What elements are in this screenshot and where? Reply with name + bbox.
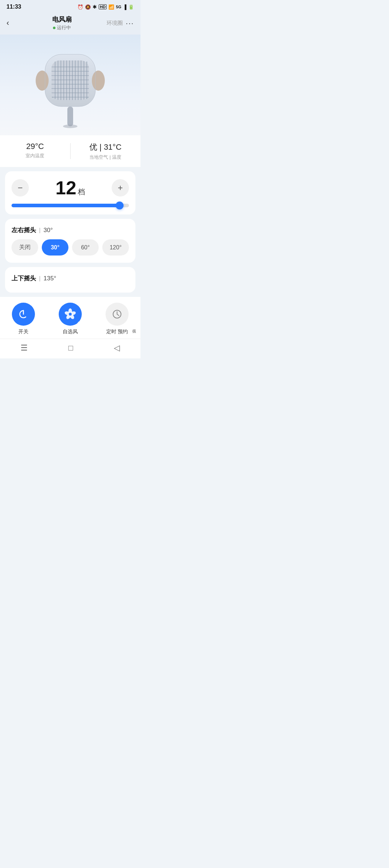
- signal-icon: ▐: [123, 4, 126, 10]
- vertical-current-angle: 135°: [44, 275, 56, 282]
- timer-control[interactable]: 定时 预约: [106, 303, 129, 335]
- speed-unit: 档: [78, 187, 85, 197]
- vertical-shake-label: 上下摇头: [12, 274, 36, 282]
- outdoor-air-value: 优 | 31°C: [89, 142, 121, 153]
- angle-off-button[interactable]: 关闭: [12, 239, 38, 256]
- ambient-label[interactable]: 环境圈: [107, 20, 123, 27]
- mute-icon: 🔕: [85, 4, 91, 10]
- speed-slider-fill: [12, 204, 120, 207]
- indoor-temp-value: 29°C: [26, 142, 44, 151]
- angle-60-button[interactable]: 60°: [72, 239, 99, 256]
- svg-rect-27: [52, 60, 89, 100]
- nav-center: 电风扇 运行中: [17, 15, 107, 31]
- nav-bar: ‹ 电风扇 运行中 环境圈 ···: [0, 12, 140, 35]
- svg-rect-0: [67, 107, 73, 126]
- bluetooth-icon: ✱: [93, 4, 97, 10]
- hd-icon: HD: [99, 4, 107, 9]
- vertical-shake-card: 上下摇头 | 135°: [5, 267, 135, 293]
- more-button[interactable]: ···: [126, 19, 134, 27]
- power-control[interactable]: 开关: [12, 303, 35, 335]
- horizontal-angle-options: 关闭 30° 60° 120°: [12, 239, 129, 256]
- svg-point-4: [92, 71, 105, 91]
- svg-point-56: [69, 313, 72, 316]
- page-title: 电风扇: [52, 15, 72, 24]
- wind-circle: [59, 303, 82, 326]
- power-label: 开关: [18, 329, 28, 335]
- indoor-temp-stat: 29°C 室内温度: [0, 142, 70, 161]
- angle-120-button[interactable]: 120°: [102, 239, 129, 256]
- wind-label: 自选风: [63, 329, 78, 335]
- wind-control[interactable]: 自选风: [59, 303, 82, 335]
- svg-line-59: [117, 314, 119, 316]
- stats-row: 29°C 室内温度 优 | 31°C 当地空气 | 温度: [0, 135, 140, 167]
- fan-svg: [34, 45, 106, 128]
- power-icon: [18, 308, 29, 320]
- svg-point-3: [36, 71, 49, 91]
- fan-illustration-area: [0, 35, 140, 135]
- speed-slider-thumb: [116, 202, 124, 209]
- bottom-nav: ☰ □ ◁: [0, 339, 140, 358]
- decrease-speed-button[interactable]: −: [12, 179, 29, 196]
- speed-control-row: − 12 档 +: [12, 178, 129, 197]
- status-bar: 11:33 ⏰ 🔕 ✱ HD 📶 5G ▐ 🔋: [0, 0, 140, 12]
- horizontal-shake-title: 左右摇头 | 30°: [12, 226, 129, 234]
- increase-speed-button[interactable]: +: [112, 179, 129, 196]
- bottom-controls: 开关 自选风: [0, 297, 140, 339]
- timer-label: 定时 预约: [106, 329, 128, 335]
- horizontal-shake-card: 左右摇头 | 30° 关闭 30° 60° 120°: [5, 219, 135, 263]
- nav-right: 环境圈 ···: [107, 19, 134, 27]
- status-dot-icon: [53, 27, 55, 29]
- status-label: 运行中: [57, 24, 71, 31]
- horizontal-current-angle: 30°: [44, 227, 53, 234]
- wind-icon: [64, 308, 77, 321]
- wifi-icon: 📶: [108, 4, 114, 10]
- back-nav-icon[interactable]: ◁: [114, 343, 120, 353]
- device-status: 运行中: [53, 24, 71, 31]
- angle-30-button[interactable]: 30°: [42, 239, 68, 256]
- horizontal-shake-label: 左右摇头: [12, 226, 36, 234]
- menu-nav-icon[interactable]: ☰: [21, 343, 28, 353]
- battery-icon: 🔋: [128, 4, 134, 10]
- outdoor-air-stat: 优 | 31°C 当地空气 | 温度: [71, 142, 141, 161]
- status-time: 11:33: [6, 4, 21, 10]
- svg-point-1: [63, 125, 77, 128]
- outdoor-air-label: 当地空气 | 温度: [89, 154, 121, 161]
- vertical-shake-title: 上下摇头 | 135°: [12, 274, 129, 282]
- power-circle: [12, 303, 35, 326]
- alarm-icon: ⏰: [77, 4, 83, 10]
- home-nav-icon[interactable]: □: [68, 343, 73, 353]
- speed-control-card: − 12 档 +: [5, 171, 135, 214]
- timer-icon: [111, 308, 123, 320]
- back-button[interactable]: ‹: [6, 18, 17, 28]
- speed-slider[interactable]: [12, 204, 129, 207]
- speed-value-display: 12 档: [55, 178, 85, 197]
- indoor-temp-label: 室内温度: [26, 153, 44, 159]
- status-icons: ⏰ 🔕 ✱ HD 📶 5G ▐ 🔋: [77, 4, 134, 10]
- 5g-icon: 5G: [116, 5, 121, 9]
- speed-number: 12: [55, 178, 76, 197]
- timer-circle: [106, 303, 129, 326]
